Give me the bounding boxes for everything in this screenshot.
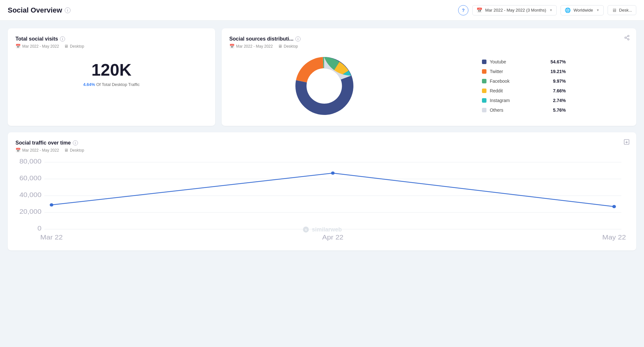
traffic-card-wrapper: Social traffic over time i 📅 Mar 2022 - … [8, 132, 636, 250]
monitor-icon: 🖥 [64, 148, 68, 153]
legend-item-twitter: Twitter 19.21% [482, 69, 566, 74]
social-sources-date: 📅 Mar 2022 - May 2022 [229, 44, 273, 49]
social-sources-card: Social sources distributi... i 📅 Mar 202… [222, 28, 636, 126]
main-content: Total social visits i 📅 Mar 2022 - May 2… [0, 21, 644, 258]
chart-point-apr [331, 172, 334, 175]
chart-svg: 80,000 60,000 40,000 20,000 0 Mar 22 Apr… [15, 159, 629, 243]
legend-label-others: Others [490, 108, 546, 113]
legend-value-instagram: 2.74% [550, 98, 566, 103]
traffic-device: 🖥 Desktop [64, 148, 84, 153]
social-sources-title-text: Social sources distributi... [229, 36, 293, 42]
total-visits-header: Total social visits i 📅 Mar 2022 - May 2… [15, 36, 207, 49]
traffic-device-text: Desktop [70, 148, 84, 153]
total-visits-info-icon[interactable]: i [60, 36, 65, 42]
visits-percent: 4.64% [83, 82, 95, 87]
chart-line [52, 173, 614, 207]
date-range-label: Mar 2022 - May 2022 (3 Months) [485, 8, 546, 13]
legend-value-reddit: 7.66% [550, 88, 566, 93]
legend-label-reddit: Reddit [490, 88, 546, 93]
traffic-date-text: Mar 2022 - May 2022 [22, 148, 59, 153]
title-info-icon[interactable]: i [65, 7, 71, 13]
legend-color-youtube [482, 60, 486, 64]
donut-hole [307, 69, 341, 103]
legend-item-facebook: Facebook 9.97% [482, 79, 566, 84]
monitor-icon: 🖥 [64, 44, 68, 49]
svg-line-4 [626, 36, 628, 37]
svg-text:80,000: 80,000 [19, 159, 41, 165]
share-button[interactable] [624, 35, 630, 42]
download-button[interactable] [623, 139, 630, 147]
page-title: Social Overview i [8, 6, 458, 14]
legend-label-facebook: Facebook [490, 79, 546, 84]
date-range-picker[interactable]: 📅 Mar 2022 - May 2022 (3 Months) ▼ [472, 5, 557, 15]
donut-segments [295, 57, 353, 115]
chart-point-mar [50, 203, 53, 207]
calendar-icon: 📅 [229, 44, 235, 49]
globe-icon: 🌐 [565, 7, 571, 13]
chart-point-may [612, 205, 616, 208]
total-visits-card: Total social visits i 📅 Mar 2022 - May 2… [8, 28, 215, 126]
legend-value-youtube: 54.67% [550, 59, 566, 64]
legend-item-instagram: Instagram 2.74% [482, 98, 566, 103]
traffic-info-icon[interactable]: i [73, 140, 78, 145]
donut-svg [292, 54, 356, 118]
chart-area: 80,000 60,000 40,000 20,000 0 Mar 22 Apr… [15, 159, 629, 243]
top-row: Total social visits i 📅 Mar 2022 - May 2… [8, 28, 636, 126]
traffic-title-text: Social traffic over time [15, 140, 71, 146]
legend: Youtube 54.67% Twitter 19.21% Facebook 9… [482, 59, 566, 113]
social-sources-device: 🖥 Desktop [278, 44, 298, 49]
legend-label-twitter: Twitter [490, 69, 546, 74]
legend-color-others [482, 108, 486, 112]
traffic-over-time-card: Social traffic over time i 📅 Mar 2022 - … [8, 132, 636, 250]
svg-point-0 [628, 35, 629, 37]
total-visits-title: Total social visits i [15, 36, 207, 42]
title-text: Social Overview [8, 6, 62, 14]
monitor-icon: 🖥 [278, 44, 282, 49]
header: Social Overview i ? 📅 Mar 2022 - May 202… [0, 0, 644, 21]
legend-value-twitter: 19.21% [550, 69, 566, 74]
legend-label-instagram: Instagram [490, 98, 546, 103]
social-sources-header: Social sources distributi... i 📅 Mar 202… [229, 36, 629, 49]
svg-text:60,000: 60,000 [19, 174, 41, 182]
social-sources-title: Social sources distributi... i [229, 36, 629, 42]
social-sources-device-text: Desktop [284, 44, 298, 49]
device-icon: 🖥 [612, 7, 617, 13]
traffic-meta: 📅 Mar 2022 - May 2022 🖥 Desktop [15, 148, 629, 153]
svg-text:Mar 22: Mar 22 [40, 234, 63, 241]
total-visits-date-text: Mar 2022 - May 2022 [22, 44, 59, 49]
social-sources-date-text: Mar 2022 - May 2022 [236, 44, 273, 49]
svg-text:0: 0 [37, 225, 41, 232]
legend-value-facebook: 9.97% [550, 79, 566, 84]
device-label: Desk... [619, 8, 632, 13]
total-visits-device: 🖥 Desktop [64, 44, 84, 49]
svg-text:20,000: 20,000 [19, 208, 41, 215]
svg-point-1 [625, 37, 626, 39]
svg-text:Apr 22: Apr 22 [322, 234, 343, 241]
svg-point-2 [628, 39, 629, 40]
donut-chart [292, 54, 356, 118]
total-visits-date: 📅 Mar 2022 - May 2022 [15, 44, 59, 49]
calendar-icon: 📅 [476, 7, 483, 13]
visits-value-section: 120K 4.64% Of Total Desktop Traffic [15, 61, 207, 87]
header-controls: ? 📅 Mar 2022 - May 2022 (3 Months) ▼ 🌐 W… [458, 5, 636, 15]
visits-number: 120K [15, 61, 207, 78]
svg-line-3 [626, 38, 628, 39]
device-picker[interactable]: 🖥 Desk... [608, 5, 636, 15]
traffic-header: Social traffic over time i 📅 Mar 2022 - … [15, 140, 629, 153]
legend-color-facebook [482, 79, 486, 83]
legend-value-others: 5.76% [550, 108, 566, 113]
social-sources-info-icon[interactable]: i [295, 36, 301, 42]
region-picker[interactable]: 🌐 Worldwide ▼ [561, 5, 603, 15]
total-visits-meta: 📅 Mar 2022 - May 2022 🖥 Desktop [15, 44, 207, 49]
legend-color-twitter [482, 69, 486, 74]
legend-item-reddit: Reddit 7.66% [482, 88, 566, 93]
help-button[interactable]: ? [458, 5, 468, 15]
visits-subtitle: 4.64% Of Total Desktop Traffic [15, 82, 207, 87]
calendar-icon: 📅 [15, 44, 21, 49]
sources-content: Youtube 54.67% Twitter 19.21% Facebook 9… [229, 54, 629, 118]
legend-color-instagram [482, 98, 486, 103]
total-visits-device-text: Desktop [70, 44, 84, 49]
social-sources-meta: 📅 Mar 2022 - May 2022 🖥 Desktop [229, 44, 629, 49]
total-visits-title-text: Total social visits [15, 36, 58, 42]
calendar-icon: 📅 [15, 148, 21, 153]
